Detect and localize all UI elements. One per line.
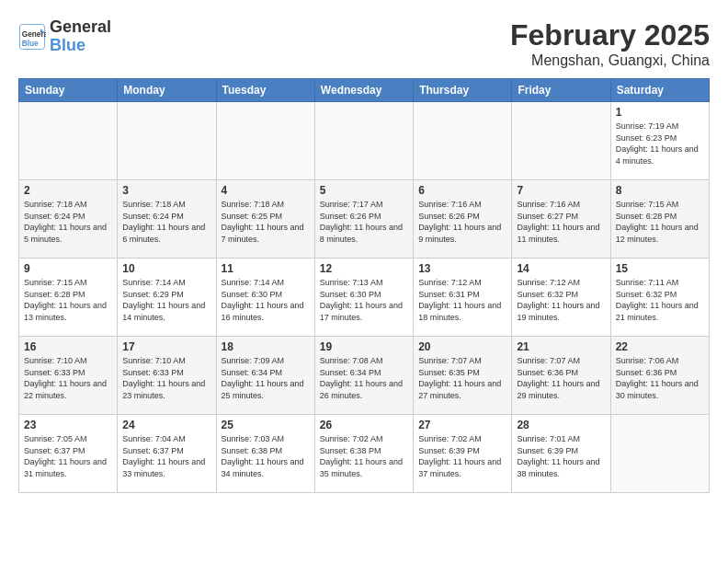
day-number: 12: [320, 262, 408, 275]
day-number: 25: [222, 419, 310, 431]
day-number: 26: [320, 419, 408, 431]
day-number: 11: [222, 262, 310, 275]
day-cell: 1Sunrise: 7:19 AM Sunset: 6:23 PM Daylig…: [610, 102, 709, 180]
day-cell: 15Sunrise: 7:11 AM Sunset: 6:32 PM Dayli…: [610, 259, 709, 337]
title-block: February 2025 Mengshan, Guangxi, China: [510, 18, 710, 69]
header-thursday: Thursday: [414, 79, 512, 102]
day-cell: [414, 102, 512, 180]
day-cell: 4Sunrise: 7:18 AM Sunset: 6:25 PM Daylig…: [216, 180, 314, 259]
day-cell: [512, 102, 610, 180]
day-cell: 19Sunrise: 7:08 AM Sunset: 6:34 PM Dayli…: [314, 337, 413, 415]
page-header: General Blue General Blue February 2025 …: [18, 18, 710, 69]
day-cell: 20Sunrise: 7:07 AM Sunset: 6:35 PM Dayli…: [414, 337, 512, 415]
day-cell: 11Sunrise: 7:14 AM Sunset: 6:30 PM Dayli…: [216, 259, 314, 337]
day-info: Sunrise: 7:13 AM Sunset: 6:30 PM Dayligh…: [320, 277, 408, 323]
day-cell: 25Sunrise: 7:03 AM Sunset: 6:38 PM Dayli…: [216, 415, 314, 493]
location: Mengshan, Guangxi, China: [510, 52, 710, 69]
day-number: 27: [418, 419, 506, 431]
calendar-table: SundayMondayTuesdayWednesdayThursdayFrid…: [18, 78, 710, 493]
day-number: 14: [517, 262, 605, 275]
day-info: Sunrise: 7:12 AM Sunset: 6:32 PM Dayligh…: [517, 277, 605, 323]
day-cell: 8Sunrise: 7:15 AM Sunset: 6:28 PM Daylig…: [610, 180, 709, 259]
day-number: 13: [418, 262, 506, 275]
day-number: 16: [24, 340, 112, 353]
day-cell: 17Sunrise: 7:10 AM Sunset: 6:33 PM Dayli…: [118, 337, 216, 415]
day-number: 2: [24, 184, 112, 197]
day-cell: 24Sunrise: 7:04 AM Sunset: 6:37 PM Dayli…: [118, 415, 216, 493]
week-row-2: 9Sunrise: 7:15 AM Sunset: 6:28 PM Daylig…: [19, 259, 710, 337]
day-cell: 9Sunrise: 7:15 AM Sunset: 6:28 PM Daylig…: [19, 259, 118, 337]
day-cell: [118, 102, 216, 180]
week-row-3: 16Sunrise: 7:10 AM Sunset: 6:33 PM Dayli…: [19, 337, 710, 415]
day-info: Sunrise: 7:17 AM Sunset: 6:26 PM Dayligh…: [320, 199, 408, 245]
day-info: Sunrise: 7:15 AM Sunset: 6:28 PM Dayligh…: [24, 277, 112, 323]
day-cell: 28Sunrise: 7:01 AM Sunset: 6:39 PM Dayli…: [512, 415, 610, 493]
day-number: 15: [616, 262, 704, 275]
day-cell: [216, 102, 314, 180]
header-row: SundayMondayTuesdayWednesdayThursdayFrid…: [19, 79, 710, 102]
day-number: 23: [24, 419, 112, 431]
day-info: Sunrise: 7:01 AM Sunset: 6:39 PM Dayligh…: [517, 433, 605, 479]
header-wednesday: Wednesday: [314, 79, 413, 102]
day-info: Sunrise: 7:11 AM Sunset: 6:32 PM Dayligh…: [616, 277, 704, 323]
day-number: 10: [122, 262, 210, 275]
day-cell: 22Sunrise: 7:06 AM Sunset: 6:36 PM Dayli…: [610, 337, 709, 415]
svg-text:Blue: Blue: [22, 40, 39, 48]
month-title: February 2025: [510, 18, 710, 52]
header-tuesday: Tuesday: [216, 79, 314, 102]
day-cell: [19, 102, 118, 180]
day-info: Sunrise: 7:02 AM Sunset: 6:38 PM Dayligh…: [320, 433, 408, 479]
day-cell: 6Sunrise: 7:16 AM Sunset: 6:26 PM Daylig…: [414, 180, 512, 259]
day-info: Sunrise: 7:12 AM Sunset: 6:31 PM Dayligh…: [418, 277, 506, 323]
day-number: 5: [320, 184, 408, 197]
day-info: Sunrise: 7:02 AM Sunset: 6:39 PM Dayligh…: [418, 433, 506, 479]
day-info: Sunrise: 7:18 AM Sunset: 6:25 PM Dayligh…: [222, 199, 310, 245]
header-monday: Monday: [118, 79, 216, 102]
day-cell: 10Sunrise: 7:14 AM Sunset: 6:29 PM Dayli…: [118, 259, 216, 337]
day-number: 21: [517, 340, 605, 353]
week-row-4: 23Sunrise: 7:05 AM Sunset: 6:37 PM Dayli…: [19, 415, 710, 493]
day-info: Sunrise: 7:09 AM Sunset: 6:34 PM Dayligh…: [222, 355, 310, 401]
header-friday: Friday: [512, 79, 610, 102]
day-number: 1: [616, 106, 704, 119]
day-cell: 5Sunrise: 7:17 AM Sunset: 6:26 PM Daylig…: [314, 180, 413, 259]
day-cell: 13Sunrise: 7:12 AM Sunset: 6:31 PM Dayli…: [414, 259, 512, 337]
day-info: Sunrise: 7:18 AM Sunset: 6:24 PM Dayligh…: [122, 199, 210, 245]
day-info: Sunrise: 7:14 AM Sunset: 6:29 PM Dayligh…: [122, 277, 210, 323]
week-row-1: 2Sunrise: 7:18 AM Sunset: 6:24 PM Daylig…: [19, 180, 710, 259]
day-info: Sunrise: 7:15 AM Sunset: 6:28 PM Dayligh…: [616, 199, 704, 245]
calendar-body: 1Sunrise: 7:19 AM Sunset: 6:23 PM Daylig…: [19, 102, 710, 493]
day-number: 6: [418, 184, 506, 197]
day-cell: 21Sunrise: 7:07 AM Sunset: 6:36 PM Dayli…: [512, 337, 610, 415]
day-cell: 27Sunrise: 7:02 AM Sunset: 6:39 PM Dayli…: [414, 415, 512, 493]
calendar-header: SundayMondayTuesdayWednesdayThursdayFrid…: [19, 79, 710, 102]
day-number: 7: [517, 184, 605, 197]
day-number: 9: [24, 262, 112, 275]
day-cell: 23Sunrise: 7:05 AM Sunset: 6:37 PM Dayli…: [19, 415, 118, 493]
day-number: 28: [517, 419, 605, 431]
day-info: Sunrise: 7:14 AM Sunset: 6:30 PM Dayligh…: [222, 277, 310, 323]
day-info: Sunrise: 7:03 AM Sunset: 6:38 PM Dayligh…: [222, 433, 310, 479]
day-number: 4: [222, 184, 310, 197]
day-number: 17: [122, 340, 210, 353]
day-number: 22: [616, 340, 704, 353]
logo-icon: General Blue: [18, 23, 46, 51]
day-cell: 18Sunrise: 7:09 AM Sunset: 6:34 PM Dayli…: [216, 337, 314, 415]
day-info: Sunrise: 7:06 AM Sunset: 6:36 PM Dayligh…: [616, 355, 704, 401]
day-info: Sunrise: 7:19 AM Sunset: 6:23 PM Dayligh…: [616, 121, 704, 167]
day-info: Sunrise: 7:16 AM Sunset: 6:26 PM Dayligh…: [418, 199, 506, 245]
day-cell: 3Sunrise: 7:18 AM Sunset: 6:24 PM Daylig…: [118, 180, 216, 259]
day-info: Sunrise: 7:10 AM Sunset: 6:33 PM Dayligh…: [24, 355, 112, 401]
day-info: Sunrise: 7:07 AM Sunset: 6:36 PM Dayligh…: [517, 355, 605, 401]
day-number: 20: [418, 340, 506, 353]
day-cell: 26Sunrise: 7:02 AM Sunset: 6:38 PM Dayli…: [314, 415, 413, 493]
day-info: Sunrise: 7:05 AM Sunset: 6:37 PM Dayligh…: [24, 433, 112, 479]
day-info: Sunrise: 7:10 AM Sunset: 6:33 PM Dayligh…: [122, 355, 210, 401]
day-info: Sunrise: 7:07 AM Sunset: 6:35 PM Dayligh…: [418, 355, 506, 401]
day-cell: 7Sunrise: 7:16 AM Sunset: 6:27 PM Daylig…: [512, 180, 610, 259]
day-cell: 14Sunrise: 7:12 AM Sunset: 6:32 PM Dayli…: [512, 259, 610, 337]
day-info: Sunrise: 7:16 AM Sunset: 6:27 PM Dayligh…: [517, 199, 605, 245]
header-saturday: Saturday: [610, 79, 709, 102]
day-info: Sunrise: 7:04 AM Sunset: 6:37 PM Dayligh…: [122, 433, 210, 479]
logo: General Blue General Blue: [18, 18, 111, 55]
